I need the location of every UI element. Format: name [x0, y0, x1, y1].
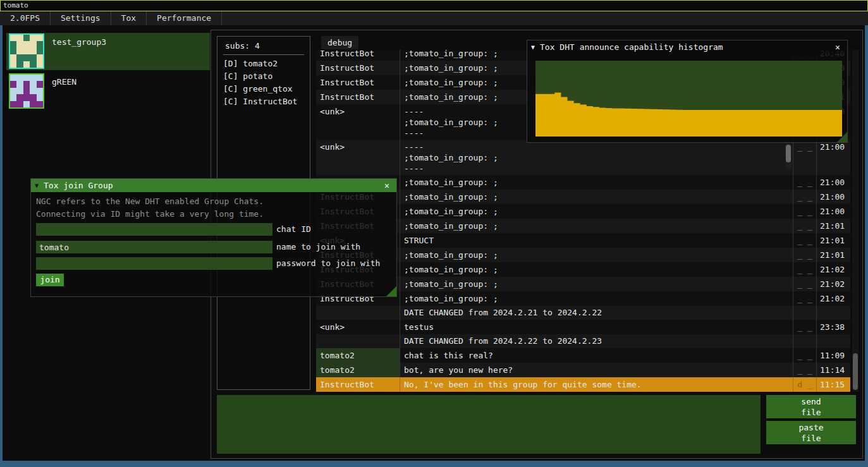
- avatar-pixel: [30, 41, 36, 47]
- window-titlebar[interactable]: tomato: [0, 0, 868, 11]
- window-frame-left: [0, 25, 3, 467]
- avatar-pixel: [37, 48, 43, 54]
- join-name-input[interactable]: [36, 241, 272, 253]
- dht-histogram-title: Tox DHT announce capability histogram: [540, 40, 832, 54]
- avatar-pixel: [10, 41, 16, 47]
- member-green_qtox[interactable]: [C] green_qtox: [217, 83, 310, 95]
- message-scrollbar[interactable]: [785, 143, 792, 170]
- avatar-pixel: [23, 81, 30, 87]
- avatar-pixel: [23, 48, 30, 54]
- sender-name: InstructBot: [316, 75, 400, 90]
- date-changed-row[interactable]: DATE CHANGED from 2024.2.22 to 2024.2.23: [316, 334, 850, 348]
- sidebar-item-gREEN[interactable]: gREEN: [6, 73, 210, 110]
- chat-row[interactable]: InstructBotNo, I've been in this group f…: [316, 377, 850, 392]
- avatar-pixel: [16, 35, 23, 41]
- timestamp: 11:15: [817, 377, 850, 392]
- message-text: chat is this real?: [400, 348, 793, 363]
- avatar-pixel: [10, 35, 16, 41]
- avatar-pixel: [30, 48, 36, 54]
- avatar-pixel: [30, 101, 36, 107]
- join-group-titlebar[interactable]: ▼ Tox join Group ✕: [31, 179, 396, 192]
- avatar-pixel: [23, 41, 30, 47]
- timestamp: [817, 334, 850, 348]
- join-group-title: Tox join Group: [44, 179, 381, 192]
- menu-performance[interactable]: Performance: [147, 11, 222, 25]
- sender-name: InstructBot: [316, 61, 400, 75]
- delivery-flags: _ _: [793, 320, 817, 334]
- timestamp: 21:00: [817, 204, 850, 219]
- avatar-pixel: [23, 75, 30, 81]
- avatar-pixel: [37, 88, 43, 94]
- chat-row[interactable]: tomato2bot, are you new here?_ _11:14: [316, 363, 850, 377]
- timestamp: 11:09: [817, 348, 850, 363]
- send-file-button[interactable]: send file: [766, 395, 856, 418]
- menu-settings[interactable]: Settings: [51, 11, 111, 25]
- avatar-pixel: [23, 54, 30, 61]
- sender-name: <unk>: [316, 104, 400, 140]
- timestamp: 21:02: [817, 262, 850, 277]
- avatar-pixel: [16, 81, 23, 87]
- sidebar-item-test_group3[interactable]: test_group3: [6, 33, 210, 70]
- timestamp: 21:00: [817, 175, 850, 190]
- window-title: tomato: [3, 1, 28, 9]
- date-changed-text: DATE CHANGED from 2024.2.22 to 2024.2.23: [400, 334, 793, 348]
- close-icon[interactable]: ✕: [832, 40, 843, 54]
- message-text: ;tomato_in_group: ;: [400, 291, 793, 306]
- avatar-pixel: [37, 54, 43, 61]
- avatar-pixel: [30, 35, 36, 41]
- dht-histogram-titlebar[interactable]: ▼ Tox DHT announce capability histogram …: [527, 40, 847, 54]
- avatar-pixel: [37, 101, 43, 107]
- avatar-pixel: [37, 35, 43, 41]
- paste-file-button[interactable]: paste file: [766, 421, 856, 444]
- chat-id-input[interactable]: [36, 223, 272, 236]
- delivery-flags: _ _: [793, 291, 817, 306]
- app-window: tomato 2.0FPS Settings Tox Performance t…: [0, 0, 868, 467]
- join-note-line1: NGC refers to the New DHT enabled Group …: [36, 197, 264, 206]
- group-name: test_group3: [52, 33, 106, 70]
- close-icon[interactable]: ✕: [381, 179, 393, 192]
- member-instructbot[interactable]: [C] InstructBot: [217, 95, 310, 108]
- message-text: ;tomato_in_group: ;: [400, 262, 793, 277]
- collapse-arrow-icon[interactable]: ▼: [531, 40, 535, 54]
- message-input[interactable]: [217, 395, 761, 454]
- timestamp: 21:02: [817, 277, 850, 291]
- sender-name: tomato2: [316, 363, 400, 377]
- menu-fps: 2.0FPS: [0, 11, 51, 25]
- chat-row[interactable]: <unk>----;tomato_in_group: ;----_ _21:00: [316, 140, 850, 175]
- join-group-window[interactable]: ▼ Tox join Group ✕ NGC refers to the New…: [30, 178, 397, 297]
- join-name-label: name to join with: [276, 241, 360, 253]
- avatar-pixel: [30, 75, 36, 81]
- sender-name: InstructBot: [316, 377, 400, 392]
- chat-row[interactable]: <unk>testus_ _23:38: [316, 320, 850, 334]
- timestamp: 21:01: [817, 233, 850, 248]
- date-changed-row[interactable]: DATE CHANGED from 2024.2.21 to 2024.2.22: [316, 306, 850, 320]
- sender-name: <unk>: [316, 320, 400, 334]
- delivery-flags: _ _: [793, 190, 817, 204]
- collapse-arrow-icon[interactable]: ▼: [35, 179, 39, 192]
- member-potato[interactable]: [C] potato: [217, 70, 310, 83]
- chat-scrollbar-thumb[interactable]: [853, 353, 858, 390]
- message-text: STRUCT: [400, 233, 793, 248]
- message-text: testus: [400, 320, 793, 334]
- avatar-pixel: [23, 88, 30, 94]
- avatar-pixel: [10, 81, 16, 87]
- member-tomato2[interactable]: [D] tomato2: [217, 58, 310, 70]
- menu-tox[interactable]: Tox: [111, 11, 147, 25]
- message-text: ;tomato_in_group: ;: [400, 248, 793, 262]
- dht-histogram-window[interactable]: ▼ Tox DHT announce capability histogram …: [527, 40, 848, 143]
- avatar-pixel: [37, 75, 43, 81]
- chat-row[interactable]: tomato2chat is this real?_ _11:09: [316, 348, 850, 363]
- delivery-flags: _ _: [793, 348, 817, 363]
- join-password-input[interactable]: [36, 257, 272, 270]
- resize-grip[interactable]: [386, 286, 396, 296]
- avatar-pixel: [10, 88, 16, 94]
- chat-scrollbar[interactable]: [852, 50, 859, 392]
- resize-grip[interactable]: [837, 132, 847, 142]
- join-button[interactable]: join: [36, 274, 64, 286]
- message-scrollbar-thumb[interactable]: [786, 145, 791, 162]
- avatar-pixel: [16, 41, 23, 47]
- message-text: ;tomato_in_group: ;: [400, 277, 793, 291]
- tab-debug[interactable]: debug: [321, 36, 358, 49]
- avatar-pixel: [10, 94, 16, 100]
- sender-name: <unk>: [316, 140, 400, 175]
